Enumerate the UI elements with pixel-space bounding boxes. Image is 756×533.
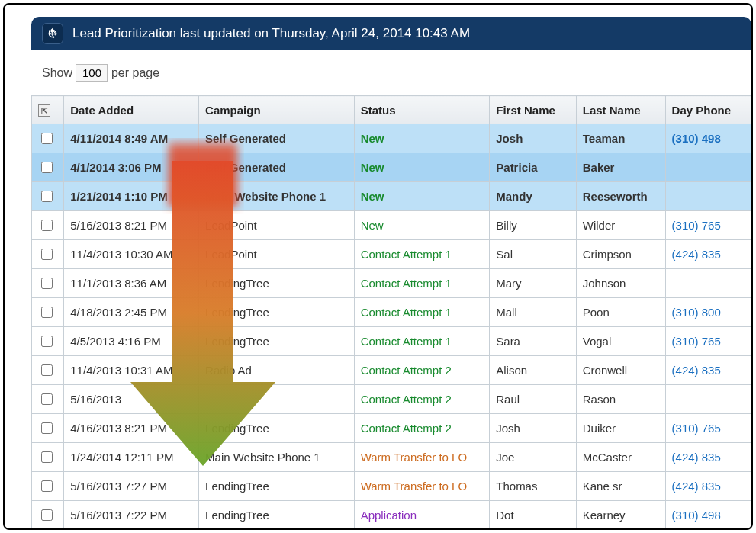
cell-campaign: LeadPoint (199, 240, 355, 269)
row-checkbox[interactable] (41, 278, 53, 289)
col-last-name[interactable]: Last Name (576, 96, 665, 124)
cell-status: Contact Attempt 2 (354, 385, 490, 414)
row-checkbox-cell (32, 385, 64, 414)
cell-first-name: Patricia (490, 153, 576, 182)
table-row[interactable]: 5/16/2013 7:27 PMLendingTreeWarm Transfe… (32, 472, 751, 501)
cell-status: Warm Transfer to LO (354, 443, 490, 472)
cell-date-added: 4/5/2013 4:16 PM (64, 327, 199, 356)
cell-last-name: Kane sr (576, 472, 665, 501)
row-checkbox[interactable] (41, 307, 53, 318)
row-checkbox[interactable] (41, 336, 53, 347)
phone-link[interactable]: (310) 765 (672, 335, 721, 348)
cell-first-name: Thomas (490, 472, 576, 501)
cell-last-name: Rason (576, 385, 665, 414)
cell-date-added: 4/18/2013 2:45 PM (64, 298, 199, 327)
expand-icon: ⇱ (38, 104, 50, 117)
row-checkbox[interactable] (41, 249, 53, 260)
cell-campaign (199, 385, 355, 414)
table-row[interactable]: 11/4/2013 10:31 AMRadio AdContact Attemp… (32, 356, 751, 385)
phone-link[interactable]: (310) 800 (672, 306, 721, 319)
col-first-name[interactable]: First Name (490, 96, 576, 124)
table-row[interactable]: 11/1/2013 8:36 AMLendingTreeContact Atte… (32, 269, 751, 298)
col-day-phone[interactable]: Day Phone (665, 96, 751, 124)
phone-link[interactable]: (424) 835 (672, 364, 721, 377)
phone-link[interactable]: (310) 498 (672, 132, 721, 145)
phone-link[interactable]: (424) 835 (672, 451, 721, 464)
table-row[interactable]: 4/18/2013 2:45 PMLendingTreeContact Atte… (32, 298, 751, 327)
col-status[interactable]: Status (354, 96, 490, 124)
cell-campaign: LendingTree (199, 472, 355, 501)
row-checkbox[interactable] (41, 162, 53, 173)
cell-last-name: Teaman (576, 124, 665, 153)
row-checkbox[interactable] (41, 133, 53, 144)
table-row[interactable]: 5/16/2013 8:21 PMLeadPointNewBillyWilder… (32, 211, 751, 240)
row-checkbox[interactable] (41, 509, 53, 521)
cell-day-phone (665, 269, 751, 298)
phone-link[interactable]: (310) 498 (672, 509, 721, 522)
cell-date-added: 11/4/2013 10:30 AM (64, 240, 199, 269)
update-banner: Lead Prioritization last updated on Thur… (31, 17, 751, 50)
per-page-input[interactable] (76, 64, 108, 82)
cell-date-added: 11/4/2013 10:31 AM (64, 356, 199, 385)
row-checkbox[interactable] (41, 220, 53, 231)
refresh-icon (47, 27, 59, 40)
cell-first-name: Josh (490, 124, 576, 153)
cell-first-name: Raul (490, 385, 576, 414)
cell-day-phone (665, 153, 751, 182)
phone-link[interactable]: (424) 835 (672, 480, 721, 493)
cell-last-name: Kearney (576, 501, 665, 530)
row-checkbox[interactable] (41, 480, 53, 492)
phone-link[interactable]: (310) 765 (672, 219, 721, 232)
table-row[interactable]: 4/11/2014 8:49 AMSelf GeneratedNewJoshTe… (32, 124, 751, 153)
row-checkbox-cell (32, 443, 64, 472)
cell-date-added: 11/1/2013 8:36 AM (64, 269, 199, 298)
row-checkbox-cell (32, 240, 64, 269)
per-page-label: per page (111, 66, 159, 79)
cell-last-name: Cronwell (576, 356, 665, 385)
row-checkbox-cell (32, 414, 64, 443)
col-date-added[interactable]: Date Added (64, 96, 199, 124)
row-checkbox-cell (32, 327, 64, 356)
table-row[interactable]: 11/4/2013 10:30 AMLeadPointContact Attem… (32, 240, 751, 269)
table-row[interactable]: 5/16/2013Contact Attempt 2RaulRason (32, 385, 751, 414)
row-checkbox-cell (32, 211, 64, 240)
cell-date-added: 5/16/2013 (64, 385, 199, 414)
cell-day-phone: (424) 835 (665, 443, 751, 472)
expand-column-header[interactable]: ⇱ (32, 96, 64, 124)
row-checkbox[interactable] (41, 451, 53, 463)
table-row[interactable]: 4/1/2014 3:06 PMSelf GeneratedNewPatrici… (32, 153, 751, 182)
phone-link[interactable]: (310) 765 (672, 422, 721, 435)
cell-campaign: LendingTree (199, 269, 355, 298)
col-campaign[interactable]: Campaign (199, 96, 355, 124)
cell-first-name: Mary (490, 269, 576, 298)
cell-day-phone: (424) 835 (665, 356, 751, 385)
cell-last-name: Baker (576, 153, 665, 182)
cell-day-phone: (310) 765 (665, 211, 751, 240)
cell-campaign: Main Website Phone 1 (199, 182, 355, 211)
cell-first-name: Mandy (490, 182, 576, 211)
table-row[interactable]: 1/21/2014 1:10 PMMain Website Phone 1New… (32, 182, 751, 211)
cell-date-added: 4/16/2013 8:21 PM (64, 414, 199, 443)
row-checkbox[interactable] (41, 393, 53, 405)
cell-last-name: Johnson (576, 269, 665, 298)
cell-last-name: Reeseworth (576, 182, 665, 211)
cell-campaign: Main Website Phone 1 (199, 443, 355, 472)
cell-date-added: 5/16/2013 7:27 PM (64, 472, 199, 501)
row-checkbox[interactable] (41, 422, 53, 434)
table-row[interactable]: 5/16/2013 7:22 PMLendingTreeApplicationD… (32, 501, 751, 530)
cell-status: Contact Attempt 2 (354, 414, 490, 443)
cell-status: New (354, 124, 490, 153)
table-row[interactable]: 1/24/2014 12:11 PMMain Website Phone 1Wa… (32, 443, 751, 472)
phone-link[interactable]: (424) 835 (672, 248, 721, 261)
refresh-button[interactable] (42, 23, 63, 44)
table-row[interactable]: 4/16/2013 8:21 PMLendingTreeContact Atte… (32, 414, 751, 443)
leads-table: ⇱ Date Added Campaign Status First Name … (31, 95, 751, 530)
table-row[interactable]: 4/5/2013 4:16 PMLendingTreeContact Attem… (32, 327, 751, 356)
cell-date-added: 1/21/2014 1:10 PM (64, 182, 199, 211)
cell-campaign: LendingTree (199, 414, 355, 443)
row-checkbox[interactable] (41, 191, 53, 202)
cell-date-added: 4/1/2014 3:06 PM (64, 153, 199, 182)
row-checkbox[interactable] (41, 364, 53, 376)
cell-status: Contact Attempt 1 (354, 298, 490, 327)
row-checkbox-cell (32, 153, 64, 182)
